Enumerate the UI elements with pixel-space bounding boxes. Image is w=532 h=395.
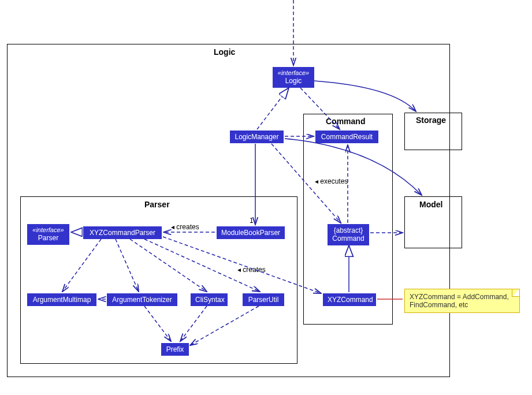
abstract-stereo: {abstract}	[332, 226, 364, 234]
class-parser-util: ParserUtil	[243, 293, 284, 306]
stereo-interface: «interface»	[277, 69, 310, 77]
class-argument-tokenizer: ArgumentTokenizer	[107, 293, 177, 306]
class-xyz-command: XYZCommand	[323, 293, 376, 306]
note-line2: FindCommand, etc	[410, 301, 515, 309]
package-label-parser: Parser	[144, 200, 170, 209]
package-label-storage: Storage	[416, 115, 446, 125]
class-interface-parser: «interface» Parser	[27, 224, 69, 245]
class-argument-multimap: ArgumentMultimap	[27, 293, 96, 306]
note-xyz-command: XYZCommand = AddCommand, FindCommand, et…	[404, 289, 520, 313]
package-label-command: Command	[326, 117, 365, 126]
class-interface-logic: «interface» Logic	[273, 67, 314, 88]
package-parser	[20, 196, 297, 364]
class-module-book-parser: ModuleBookParser	[217, 226, 285, 239]
class-name: Parser	[32, 234, 65, 242]
label-multiplicity-1: 1	[250, 217, 254, 225]
class-abstract-command: {abstract} Command	[328, 224, 369, 245]
package-label-model: Model	[419, 200, 442, 209]
class-cli-syntax: CliSyntax	[191, 293, 228, 306]
stereo-interface: «interface»	[32, 226, 65, 234]
label-creates-2: ◂ creates	[237, 266, 266, 274]
label-executes: ◂ executes	[315, 177, 348, 185]
class-command-result: CommandResult	[315, 131, 378, 143]
label-creates-1: ◂ creates	[171, 223, 199, 231]
note-corner	[512, 289, 519, 297]
package-label-logic: Logic	[214, 47, 235, 57]
class-name: Logic	[277, 77, 310, 85]
class-name: Command	[332, 234, 364, 243]
class-logic-manager: LogicManager	[230, 131, 284, 143]
class-prefix: Prefix	[161, 343, 189, 356]
class-xyz-command-parser: XYZCommandParser	[83, 226, 162, 239]
note-line1: XYZCommand = AddCommand,	[410, 293, 515, 301]
